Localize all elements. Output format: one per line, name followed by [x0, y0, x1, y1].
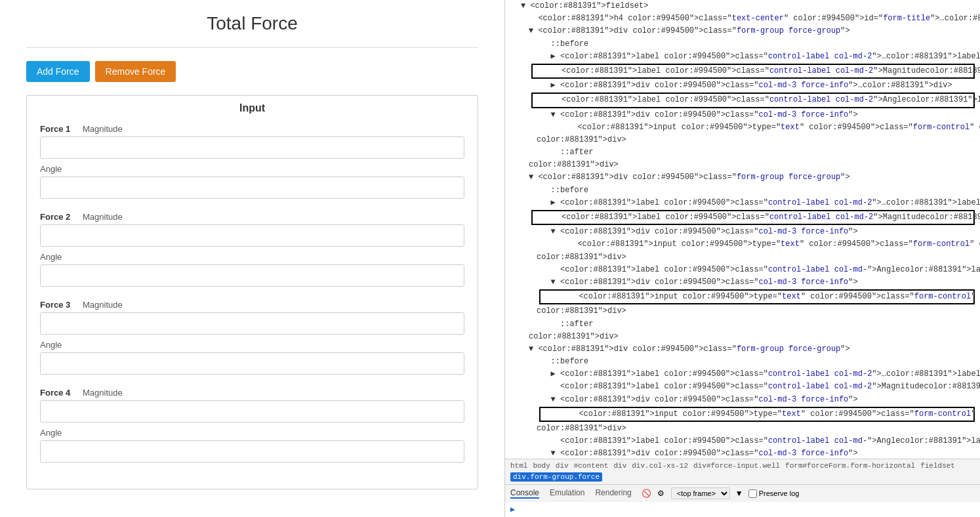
page-title-container: Total Force [26, 13, 478, 34]
breadcrumb-bar: html body div #content div div.col-xs-12… [505, 459, 980, 484]
force-2-label-row: Force 2 Magnitude [40, 212, 464, 222]
devtools-line[interactable]: <color:#881391">input color:#994500">typ… [505, 121, 980, 134]
devtools-line[interactable]: <color:#881391">h4 color:#994500">class=… [505, 12, 980, 25]
breadcrumb-item[interactable]: form#forceForm.form-horizontal [785, 462, 915, 470]
breadcrumb-item[interactable]: div#force-input.well [693, 462, 780, 470]
preserve-log-label[interactable]: Preserve log [748, 489, 800, 498]
force-group-1: Force 1 Magnitude Angle [40, 124, 464, 204]
force-4-magnitude-input[interactable] [40, 400, 464, 423]
devtools-line[interactable]: color:#881391">div> [505, 159, 980, 171]
breadcrumb-item[interactable]: div [556, 462, 569, 470]
devtools-line[interactable]: ▼ <color:#881391">div color:#994500">cla… [505, 343, 980, 356]
force-1-angle-label: Angle [40, 164, 464, 174]
filter-icon[interactable]: ⚙ [657, 489, 666, 498]
breadcrumb-item[interactable]: body [533, 462, 550, 470]
input-section-title: Input [40, 102, 464, 114]
frame-select-arrow: ▼ [735, 489, 743, 498]
devtools-line[interactable]: color:#881391">div> [505, 251, 980, 264]
devtools-line[interactable]: ▼ <color:#881391">div color:#994500">cla… [505, 394, 980, 406]
force-3-label-row: Force 3 Magnitude [40, 300, 464, 310]
force-1-label-row: Force 1 Magnitude [40, 124, 464, 134]
force-2-magnitude-input[interactable] [40, 224, 464, 247]
force-3-angle-input[interactable] [40, 352, 464, 375]
devtools-line[interactable]: <color:#881391">label color:#994500">cla… [505, 435, 980, 447]
force-1-angle-input[interactable] [40, 176, 464, 199]
force-1-magnitude-label: Magnitude [83, 124, 123, 134]
force-group-4: Force 4 Magnitude Angle [40, 388, 464, 468]
force-3-name: Force 3 [40, 300, 76, 310]
devtools-line[interactable]: color:#881391">div> [505, 423, 980, 435]
devtools-line[interactable]: ::before [505, 38, 980, 51]
button-row: Add Force Remove Force [26, 61, 478, 82]
devtools-line[interactable]: ▼ <color:#881391">div color:#994500">cla… [505, 25, 980, 37]
devtools-line[interactable]: <color:#881391">label color:#994500">cla… [531, 93, 975, 108]
devtools-line[interactable]: <color:#881391">input color:#994500">typ… [505, 238, 980, 251]
devtools-line[interactable]: ▼ <color:#881391">div color:#994500">cla… [505, 226, 980, 238]
add-force-button[interactable]: Add Force [26, 61, 90, 82]
devtools-line[interactable]: ▶ <color:#881391">label color:#994500">c… [505, 368, 980, 381]
breadcrumb-item[interactable]: fieldset [920, 462, 955, 470]
frame-select[interactable]: <top frame> [671, 487, 730, 499]
force-3-magnitude-input[interactable] [40, 312, 464, 335]
devtools-line[interactable]: <color:#881391">label color:#994500">cla… [531, 64, 975, 79]
remove-force-button[interactable]: Remove Force [95, 61, 176, 82]
devtools-line[interactable]: color:#881391">div> [505, 305, 980, 318]
devtools-line[interactable]: ::before [505, 356, 980, 368]
devtools-line[interactable]: <color:#881391">input color:#994500">typ… [539, 289, 975, 304]
tab-console[interactable]: Console [510, 488, 539, 499]
devtools-line[interactable]: ::before [505, 184, 980, 197]
force-4-angle-input[interactable] [40, 440, 464, 463]
devtools-line[interactable]: ▶ <color:#881391">div color:#994500">cla… [505, 79, 980, 92]
force-2-magnitude-label: Magnitude [83, 212, 123, 222]
breadcrumb-item[interactable]: div [613, 462, 626, 470]
devtools-line[interactable]: ::after [505, 318, 980, 331]
force-4-name: Force 4 [40, 388, 76, 398]
console-bar: Console Emulation Rendering 🚫 ⚙ <top fra… [505, 484, 980, 502]
devtools-line[interactable]: color:#881391">div> [505, 134, 980, 146]
devtools-line[interactable]: ▶ <color:#881391">label color:#994500">c… [505, 51, 980, 63]
devtools-line[interactable]: ▼ <color:#881391">div color:#994500">cla… [505, 171, 980, 184]
breadcrumb-item[interactable]: div.col-xs-12 [632, 462, 688, 470]
force-4-angle-label: Angle [40, 428, 464, 438]
force-2-angle-label: Angle [40, 252, 464, 262]
devtools-content: ▼ <color:#881391">fieldset> <color:#8813… [505, 0, 980, 459]
console-tabs: Console Emulation Rendering [510, 488, 632, 499]
title-divider [26, 47, 478, 48]
devtools-line[interactable]: ▼ <color:#881391">div color:#994500">cla… [505, 276, 980, 289]
right-panel: ▼ <color:#881391">fieldset> <color:#8813… [505, 0, 980, 517]
force-1-name: Force 1 [40, 124, 76, 134]
page-title: Total Force [26, 13, 478, 34]
devtools-line[interactable]: <color:#881391">input color:#994500">typ… [539, 407, 975, 422]
no-entry-icon[interactable]: 🚫 [642, 489, 651, 498]
force-3-angle-label: Angle [40, 340, 464, 350]
force-3-magnitude-label: Magnitude [83, 300, 123, 310]
devtools-line[interactable]: color:#881391">div> [505, 331, 980, 343]
devtools-line[interactable]: <color:#881391">label color:#994500">cla… [531, 210, 975, 225]
devtools-line[interactable]: <color:#881391">label color:#994500">cla… [505, 264, 980, 276]
devtools-prompt[interactable] [505, 502, 980, 517]
force-4-magnitude-label: Magnitude [83, 388, 123, 398]
input-section: Input Force 1 Magnitude Angle Force 2 Ma… [26, 95, 478, 489]
devtools-line[interactable]: ::after [505, 146, 980, 159]
force-1-magnitude-input[interactable] [40, 136, 464, 159]
console-controls: 🚫 ⚙ <top frame> ▼ Preserve log [642, 487, 800, 499]
breadcrumb-item[interactable]: html [510, 462, 527, 470]
left-panel: Total Force Add Force Remove Force Input… [0, 0, 505, 517]
devtools-line[interactable]: <color:#881391">label color:#994500">cla… [505, 381, 980, 393]
preserve-log-text: Preserve log [759, 489, 800, 497]
tab-emulation[interactable]: Emulation [550, 488, 584, 499]
force-group-2: Force 2 Magnitude Angle [40, 212, 464, 292]
force-group-3: Force 3 Magnitude Angle [40, 300, 464, 380]
force-2-angle-input[interactable] [40, 264, 464, 287]
devtools-line[interactable]: ▶ <color:#881391">label color:#994500">c… [505, 197, 980, 209]
devtools-line[interactable]: ▼ <color:#881391">div color:#994500">cla… [505, 109, 980, 121]
force-2-name: Force 2 [40, 212, 76, 222]
devtools-line[interactable]: ▼ <color:#881391">div color:#994500">cla… [505, 447, 980, 459]
breadcrumb-item[interactable]: div.form-group.force [510, 472, 602, 482]
force-4-label-row: Force 4 Magnitude [40, 388, 464, 398]
devtools-line[interactable]: ▼ <color:#881391">fieldset> [505, 0, 980, 12]
tab-rendering[interactable]: Rendering [595, 488, 631, 499]
preserve-log-checkbox[interactable] [748, 489, 757, 498]
breadcrumb-item[interactable]: #content [574, 462, 609, 470]
